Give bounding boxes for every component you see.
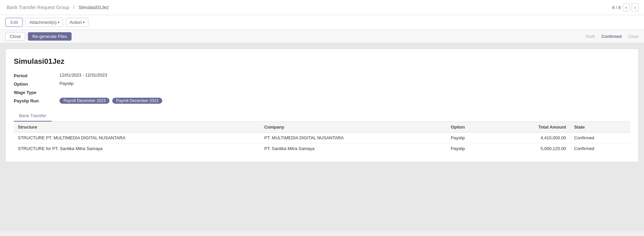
top-bar: Bank Transfer Request Group / Simulasi01…: [0, 0, 644, 15]
tabs-section: Bank Transfer: [14, 110, 630, 122]
option-label: Option: [14, 81, 54, 87]
tab-bank-transfer[interactable]: Bank Transfer: [14, 110, 52, 122]
main-content: Simulasi01Jez Period 12/01/2023 - 12/31/…: [0, 43, 644, 231]
action-button[interactable]: Action ▾: [66, 18, 88, 27]
payslip-run-tags: Payroll December 2023 Payroll December 2…: [59, 98, 630, 104]
row2-total-amount: 5,000,120.00: [494, 143, 570, 154]
status-actions: Close Re-generate Files: [5, 32, 72, 41]
action-label: Action: [70, 20, 82, 25]
period-label: Period: [14, 73, 54, 78]
edit-button[interactable]: Edit: [5, 18, 23, 27]
col-structure: Structure: [14, 122, 260, 133]
row1-state: Confirmed: [570, 133, 630, 143]
pagination-label: 8 / 8: [612, 5, 620, 10]
breadcrumb-separator: /: [73, 5, 75, 10]
pagination-controls: 8 / 8 ‹ ›: [612, 3, 639, 11]
table-header-row: Structure Company Option Total Amount St…: [14, 122, 630, 133]
action-chevron-icon: ▾: [83, 20, 85, 24]
col-company: Company: [260, 122, 447, 133]
breadcrumb-parent[interactable]: Bank Transfer Request Group: [7, 5, 69, 10]
payslip-run-tag-1[interactable]: Payroll December 2023: [59, 98, 110, 104]
payslip-run-label: Payslip Run: [14, 98, 54, 104]
record-title: Simulasi01Jez: [14, 57, 630, 66]
row1-total-amount: 4,410,000.00: [494, 133, 570, 143]
data-table: Structure Company Option Total Amount St…: [14, 122, 630, 154]
payslip-run-tag-2[interactable]: Payroll December 2023: [112, 98, 162, 104]
status-step-close[interactable]: Close: [628, 34, 639, 39]
form-card: Simulasi01Jez Period 12/01/2023 - 12/31/…: [5, 49, 639, 162]
attachments-chevron-icon: ▾: [58, 20, 59, 24]
table-row[interactable]: STRUCTURE for PT. Santika Mitra Samaya P…: [14, 143, 630, 154]
regenerate-button[interactable]: Re-generate Files: [28, 32, 71, 41]
status-bar: Close Re-generate Files Draft Confirmed …: [0, 30, 644, 43]
breadcrumb: Bank Transfer Request Group / Simulasi01…: [5, 5, 110, 10]
col-option: Option: [447, 122, 494, 133]
action-bar: Edit Attachment(s) ▾ Action ▾: [0, 15, 644, 30]
col-total-amount: Total Amount: [494, 122, 570, 133]
wage-type-value: [59, 89, 630, 95]
row2-company: PT. Santika Mitra Samaya: [260, 143, 447, 154]
row1-option: Payslip: [447, 133, 494, 143]
pagination-prev-button[interactable]: ‹: [623, 3, 630, 11]
status-step-draft[interactable]: Draft: [586, 34, 595, 39]
status-step-confirmed[interactable]: Confirmed: [601, 34, 621, 39]
row2-structure: STRUCTURE for PT. Santika Mitra Samaya: [14, 143, 260, 154]
table-row[interactable]: STRUCTURE PT. MULTIMEDIA DIGITAL NUSANTA…: [14, 133, 630, 143]
wage-type-label: Wage Type: [14, 89, 54, 95]
row1-company: PT. MULTIMEDIA DIGITAL NUSANTARA: [260, 133, 447, 143]
close-button[interactable]: Close: [5, 32, 25, 41]
attachments-label: Attachment(s): [29, 20, 56, 25]
period-value: 12/01/2023 - 12/31/2023: [59, 73, 630, 78]
row2-state: Confirmed: [570, 143, 630, 154]
status-steps: Draft Confirmed Close: [586, 34, 639, 39]
pagination-next-button[interactable]: ›: [632, 3, 639, 11]
col-state: State: [570, 122, 630, 133]
option-value: Payslip: [59, 81, 630, 87]
attachments-button[interactable]: Attachment(s) ▾: [26, 18, 63, 27]
row2-option: Payslip: [447, 143, 494, 154]
breadcrumb-current: Simulasi01Jez: [79, 5, 109, 10]
fields-section: Period 12/01/2023 - 12/31/2023 Option Pa…: [14, 73, 630, 104]
row1-structure: STRUCTURE PT. MULTIMEDIA DIGITAL NUSANTA…: [14, 133, 260, 143]
